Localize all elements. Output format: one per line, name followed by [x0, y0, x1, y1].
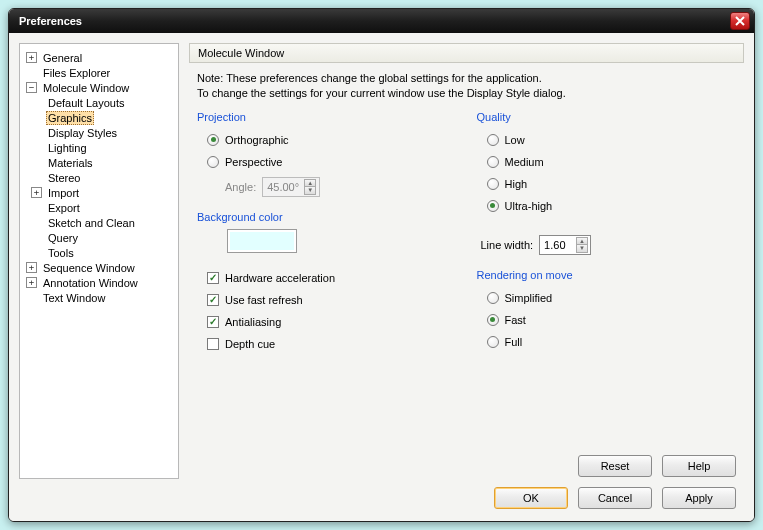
radio-icon[interactable]	[207, 134, 219, 146]
expand-icon[interactable]: +	[26, 52, 37, 63]
tree-item-stereo[interactable]: Stereo	[46, 170, 176, 185]
radio-quality-low[interactable]: Low	[477, 129, 737, 151]
cancel-button[interactable]: Cancel	[578, 487, 652, 509]
check-label: Antialiasing	[225, 316, 281, 328]
group-background: Background color	[197, 211, 457, 253]
panel-note: Note: These preferences change the globa…	[189, 63, 744, 111]
tree-item-graphics[interactable]: Graphics	[46, 110, 176, 125]
check-label: Hardware acceleration	[225, 272, 335, 284]
spin-up-icon: ▲	[304, 179, 316, 187]
radio-label: Simplified	[505, 292, 553, 304]
checkbox-icon[interactable]	[207, 316, 219, 328]
radio-icon[interactable]	[207, 156, 219, 168]
tree-item-import[interactable]: +Import	[46, 185, 176, 200]
radio-icon[interactable]	[487, 156, 499, 168]
settings-panel: Molecule Window Note: These preferences …	[189, 43, 744, 479]
collapse-icon[interactable]: −	[26, 82, 37, 93]
spin-down-icon[interactable]: ▼	[576, 245, 588, 253]
checkbox-icon[interactable]	[207, 338, 219, 350]
close-button[interactable]	[730, 12, 750, 30]
check-hardware-acceleration[interactable]: Hardware acceleration	[197, 267, 457, 289]
tree-item-annotation-window[interactable]: +Annotation Window	[22, 275, 176, 290]
tree-item-display-styles[interactable]: Display Styles	[46, 125, 176, 140]
apply-button[interactable]: Apply	[662, 487, 736, 509]
angle-label: Angle:	[225, 181, 256, 193]
tree-item-lighting[interactable]: Lighting	[46, 140, 176, 155]
group-title-background: Background color	[197, 211, 457, 223]
radio-icon[interactable]	[487, 200, 499, 212]
spin-down-icon: ▼	[304, 187, 316, 195]
spin-up-icon[interactable]: ▲	[576, 237, 588, 245]
note-line-2: To change the settings for your current …	[197, 86, 736, 101]
tree-item-files-explorer[interactable]: Files Explorer	[22, 65, 176, 80]
radio-icon[interactable]	[487, 134, 499, 146]
radio-icon[interactable]	[487, 336, 499, 348]
radio-render-simplified[interactable]: Simplified	[477, 287, 737, 309]
tree-item-sketch-and-clean[interactable]: Sketch and Clean	[46, 215, 176, 230]
angle-input: 45.00° ▲ ▼	[262, 177, 320, 197]
tree-item-molecule-window[interactable]: −Molecule Window	[22, 80, 176, 95]
check-label: Use fast refresh	[225, 294, 303, 306]
radio-icon[interactable]	[487, 178, 499, 190]
preferences-window: Preferences +General Files Explorer −Mol…	[8, 8, 755, 522]
radio-icon[interactable]	[487, 314, 499, 326]
tree-item-materials[interactable]: Materials	[46, 155, 176, 170]
check-label: Depth cue	[225, 338, 275, 350]
group-linewidth: Line width: 1.60 ▲ ▼	[477, 231, 737, 255]
check-depth-cue[interactable]: Depth cue	[197, 333, 457, 355]
linewidth-label: Line width:	[481, 239, 534, 251]
tree-item-sequence-window[interactable]: +Sequence Window	[22, 260, 176, 275]
tree-item-default-layouts[interactable]: Default Layouts	[46, 95, 176, 110]
help-button[interactable]: Help	[662, 455, 736, 477]
background-color-swatch[interactable]	[227, 229, 297, 253]
angle-spinner: ▲ ▼	[304, 179, 316, 195]
left-column: Projection Orthographic Perspective Angl…	[197, 111, 457, 449]
radio-label: Perspective	[225, 156, 282, 168]
tree-item-export[interactable]: Export	[46, 200, 176, 215]
note-line-1: Note: These preferences change the globa…	[197, 71, 736, 86]
window-title: Preferences	[19, 15, 730, 27]
radio-quality-medium[interactable]: Medium	[477, 151, 737, 173]
close-icon	[735, 16, 745, 26]
angle-row: Angle: 45.00° ▲ ▼	[197, 177, 457, 197]
linewidth-value: 1.60	[544, 239, 574, 251]
checkbox-icon[interactable]	[207, 294, 219, 306]
tree-item-tools[interactable]: Tools	[46, 245, 176, 260]
radio-label: Fast	[505, 314, 526, 326]
radio-orthographic[interactable]: Orthographic	[197, 129, 457, 151]
checkbox-icon[interactable]	[207, 272, 219, 284]
tree-item-general[interactable]: +General	[22, 50, 176, 65]
radio-label: Orthographic	[225, 134, 289, 146]
linewidth-spinner[interactable]: ▲ ▼	[576, 237, 588, 253]
reset-button[interactable]: Reset	[578, 455, 652, 477]
radio-perspective[interactable]: Perspective	[197, 151, 457, 173]
panel-title: Molecule Window	[189, 43, 744, 63]
group-rendering-on-move: Rendering on move Simplified Fast	[477, 269, 737, 353]
expand-icon[interactable]: +	[26, 262, 37, 273]
radio-label: Ultra-high	[505, 200, 553, 212]
group-checkboxes: Hardware acceleration Use fast refresh A…	[197, 267, 457, 355]
titlebar: Preferences	[9, 9, 754, 33]
group-title-render-move: Rendering on move	[477, 269, 737, 281]
tree-item-text-window[interactable]: Text Window	[22, 290, 176, 305]
category-tree[interactable]: +General Files Explorer −Molecule Window…	[19, 43, 179, 479]
radio-quality-ultra[interactable]: Ultra-high	[477, 195, 737, 217]
right-column: Quality Low Medium High	[477, 111, 737, 449]
linewidth-input[interactable]: 1.60 ▲ ▼	[539, 235, 591, 255]
group-title-projection: Projection	[197, 111, 457, 123]
reset-help-row: Reset Help	[189, 449, 744, 479]
radio-label: Low	[505, 134, 525, 146]
radio-icon[interactable]	[487, 292, 499, 304]
expand-icon[interactable]: +	[31, 187, 42, 198]
expand-icon[interactable]: +	[26, 277, 37, 288]
radio-render-full[interactable]: Full	[477, 331, 737, 353]
radio-quality-high[interactable]: High	[477, 173, 737, 195]
ok-button[interactable]: OK	[494, 487, 568, 509]
group-title-quality: Quality	[477, 111, 737, 123]
check-antialiasing[interactable]: Antialiasing	[197, 311, 457, 333]
tree-item-query[interactable]: Query	[46, 230, 176, 245]
check-fast-refresh[interactable]: Use fast refresh	[197, 289, 457, 311]
radio-label: Full	[505, 336, 523, 348]
radio-render-fast[interactable]: Fast	[477, 309, 737, 331]
radio-label: Medium	[505, 156, 544, 168]
